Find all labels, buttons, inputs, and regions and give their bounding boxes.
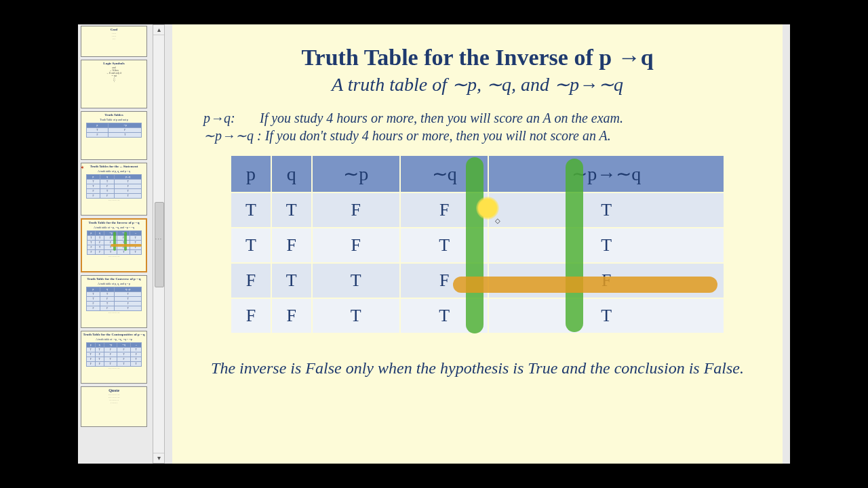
statement-original: p→q: If you study 4 hours or more, then … xyxy=(203,110,755,126)
col-header: ∼p xyxy=(312,155,400,192)
statement-label: p→q: xyxy=(203,110,256,126)
col-header: p xyxy=(231,155,271,192)
table-row: T T F F T xyxy=(231,192,724,228)
statement-inverse: ∼p→∼q : If you don't study 4 hours or mo… xyxy=(203,127,755,144)
thumb-title: Goal xyxy=(83,28,145,31)
statement-label: ∼p→∼q : xyxy=(203,127,262,144)
thumb-title: Truth Tables for the ... Statement xyxy=(83,165,145,168)
thumb-title: Quote xyxy=(83,388,145,392)
thumb-text: and→ If/then↔ If and only if∼ not∴∵ xyxy=(83,66,145,83)
slide-title: Truth Table for the Inverse of p →q xyxy=(199,45,755,70)
scroll-handle[interactable] xyxy=(155,202,164,287)
slide-thumbnail-8[interactable]: Quote · · · · · · · · · ·· · · · · · · ·… xyxy=(81,386,147,427)
slide-stage: Truth Table for the Inverse of p →q A tr… xyxy=(172,24,783,464)
truth-table: p q ∼p ∼q ∼p→∼q T T F F T T xyxy=(230,155,725,334)
slide-subtitle: A truth table of ∼p, ∼q, and ∼p→∼q xyxy=(199,73,755,96)
table-row: T F F T T xyxy=(231,228,724,263)
slide-thumbnail-1[interactable]: Goal · · · ·· · · ·· · · xyxy=(81,26,147,57)
col-header: ∼p→∼q xyxy=(488,155,724,192)
slide-thumbnail-5-current[interactable]: Truth Table for the Inverse of p→q A tru… xyxy=(81,218,147,272)
thumb-text: · · · ·· · · ·· · · xyxy=(83,33,145,41)
col-header: ∼q xyxy=(400,155,488,192)
thumb-subtitle: A truth table of p, q, and q→p xyxy=(83,282,145,285)
slide-footer-note: The inverse is False only when the hypot… xyxy=(199,357,755,379)
slide-thumbnail-2[interactable]: Logic Symbols and→ If/then↔ If and only … xyxy=(81,60,147,108)
animation-indicator-icon: ✶ xyxy=(80,165,85,171)
table-row: F T T F F xyxy=(231,263,724,298)
thumb-title: Truth Tables xyxy=(83,113,145,117)
thumbnail-scrollbar[interactable]: ▴ ▾ xyxy=(153,24,165,464)
thumb-subtitle: A truth table of ∼p, ∼q, ∼q→∼p xyxy=(83,338,145,341)
presentation-app: Goal · · · ·· · · ·· · · Logic Symbols a… xyxy=(78,24,790,464)
truth-table-wrapper: p q ∼p ∼q ∼p→∼q T T F F T T xyxy=(199,155,755,334)
slide-thumbnail-6[interactable]: Truth Table for the Converse of p→q A tr… xyxy=(81,275,147,328)
col-header: q xyxy=(271,155,312,192)
thumb-subtitle: A truth table of ∼p, ∼q, and ∼p→∼q xyxy=(83,226,144,229)
thumbnail-list[interactable]: Goal · · · ·· · · ·· · · Logic Symbols a… xyxy=(78,24,153,464)
example-statements: p→q: If you study 4 hours or more, then … xyxy=(203,110,755,144)
thumb-subtitle: Truth Table of p and not p xyxy=(83,118,145,121)
slide-thumbnail-4[interactable]: ✶ Truth Tables for the ... Statement A t… xyxy=(81,163,147,216)
scroll-down-arrow-icon[interactable]: ▾ xyxy=(153,453,164,463)
thumb-title: Truth Table for the Inverse of p→q xyxy=(83,221,144,224)
scroll-up-arrow-icon[interactable]: ▴ xyxy=(153,25,164,35)
table-row: F F T T T xyxy=(231,298,724,333)
thumb-title: Truth Table for the Converse of p→q xyxy=(83,277,145,281)
thumb-title: Truth Table for the Contrapositive of p→… xyxy=(83,333,145,336)
statement-text: If you study 4 hours or more, then you w… xyxy=(260,110,623,125)
scroll-track[interactable] xyxy=(153,35,164,453)
slide-thumbnail-panel: Goal · · · ·· · · ·· · · Logic Symbols a… xyxy=(78,24,153,464)
slide-thumbnail-7[interactable]: Truth Table for the Contrapositive of p→… xyxy=(81,331,147,384)
thumb-title: Logic Symbols xyxy=(83,62,145,65)
statement-text: If you don't study 4 hours or more, then… xyxy=(265,128,611,143)
thumb-subtitle: A truth table of p, q, and p→q xyxy=(83,169,145,173)
slide-thumbnail-3[interactable]: Truth Tables Truth Table of p and not p … xyxy=(81,111,147,160)
current-slide: Truth Table for the Inverse of p →q A tr… xyxy=(172,24,783,464)
thumb-text: · · · · · · · · · ·· · · · · · · · · ·· … xyxy=(83,394,145,405)
table-header-row: p q ∼p ∼q ∼p→∼q xyxy=(231,155,724,192)
